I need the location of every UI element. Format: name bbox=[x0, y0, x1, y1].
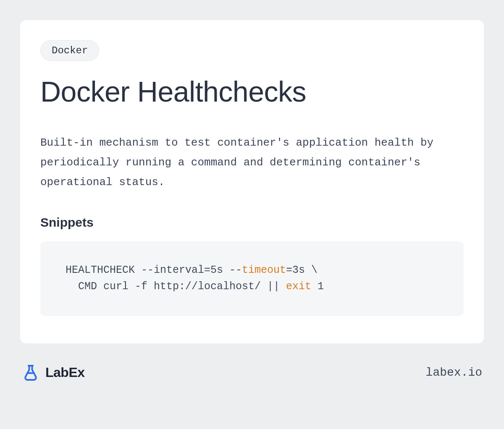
code-snippet: HEALTHCHECK --interval=5s --timeout=3s \… bbox=[40, 241, 464, 316]
code-text: HEALTHCHECK --interval=5s -- bbox=[66, 264, 242, 276]
brand-name: LabEx bbox=[45, 365, 85, 380]
description: Built-in mechanism to test container's a… bbox=[40, 133, 464, 192]
page-title: Docker Healthchecks bbox=[40, 75, 464, 108]
code-keyword: exit bbox=[286, 280, 311, 293]
brand-url: labex.io bbox=[426, 366, 482, 379]
snippets-heading: Snippets bbox=[40, 215, 464, 230]
topic-tag: Docker bbox=[40, 40, 99, 61]
footer: LabEx labex.io bbox=[20, 364, 484, 381]
content-card: Docker Docker Healthchecks Built-in mech… bbox=[20, 20, 484, 343]
code-text: CMD curl -f http://localhost/ || bbox=[66, 280, 286, 293]
code-keyword: timeout bbox=[242, 264, 286, 276]
brand: LabEx bbox=[22, 364, 85, 381]
code-text: 1 bbox=[311, 280, 324, 293]
flask-icon bbox=[22, 364, 39, 381]
code-text: =3s \ bbox=[286, 264, 318, 276]
